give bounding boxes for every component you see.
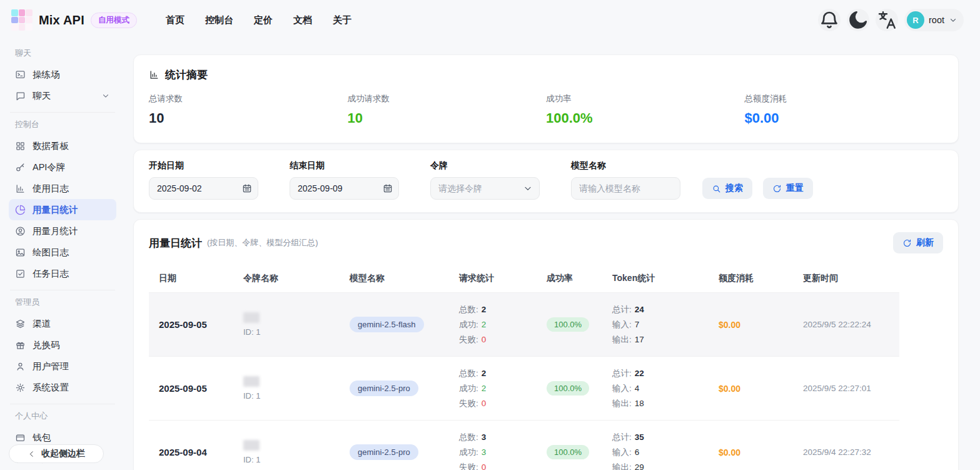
table-row-2[interactable]: 2025-09-05 ID: 1 gemini-2.5-pro 总数:2成功:2… xyxy=(149,356,899,420)
sidebar-item-label: 钱包 xyxy=(33,432,110,444)
column-header-成功率: 成功率 xyxy=(537,265,602,292)
nav-item-2[interactable]: 控制台 xyxy=(205,14,233,26)
cell-token: ID: 1 xyxy=(233,440,340,464)
column-header-请求统计: 请求统计 xyxy=(449,265,537,292)
sidebar-item-兑换码[interactable]: 兑换码 xyxy=(9,334,116,355)
sidebar-item-绘图日志[interactable]: 绘图日志 xyxy=(9,242,116,263)
chevron-down-icon xyxy=(949,16,957,24)
stat-value: 10 xyxy=(348,110,547,126)
sidebar-divider xyxy=(10,112,115,113)
redacted-token-name xyxy=(243,440,260,451)
brand-name: Mix API xyxy=(39,13,84,28)
collapse-sidebar-button[interactable]: 收起侧边栏 xyxy=(9,444,104,463)
cell-tokens: 总计:22输入:4输出:18 xyxy=(602,366,709,411)
chat-icon xyxy=(15,91,26,101)
sidebar-item-API令牌[interactable]: API令牌 xyxy=(9,156,116,178)
reset-button[interactable]: 重置 xyxy=(763,178,813,199)
sidebar-item-label: API令牌 xyxy=(33,161,110,173)
redacted-token-name xyxy=(243,312,260,323)
sidebar-section-label: 控制台 xyxy=(15,119,116,130)
model-badge: gemini-2.5-pro xyxy=(350,381,418,396)
refresh-button[interactable]: 刷新 xyxy=(893,232,943,253)
cell-token: ID: 1 xyxy=(233,376,340,401)
sidebar-item-label: 系统设置 xyxy=(33,382,110,394)
sidebar-item-label: 聊天 xyxy=(33,90,94,102)
sidebar-item-label: 使用日志 xyxy=(33,183,110,195)
cell-model: gemini-2.5-pro xyxy=(340,444,449,460)
sidebar-item-用量月统计[interactable]: 用量月统计 xyxy=(9,220,116,242)
chevron-left-icon xyxy=(28,450,36,458)
cell-date: 2025-09-05 xyxy=(149,319,233,330)
cell-success-rate: 100.0% xyxy=(537,381,602,396)
language-button[interactable] xyxy=(876,9,898,31)
sidebar-item-用户管理[interactable]: 用户管理 xyxy=(9,355,116,377)
user-menu[interactable]: R root xyxy=(904,9,964,31)
table-title: 用量日统计 xyxy=(149,236,202,250)
cell-tokens: 总计:24输入:7输出:17 xyxy=(602,302,709,347)
sidebar-item-label: 数据看板 xyxy=(33,140,110,152)
stat-label: 成功率 xyxy=(546,93,745,105)
stat-value: 100.0% xyxy=(546,110,745,126)
sidebar-item-label: 用户管理 xyxy=(33,360,110,372)
sidebar-item-渠道[interactable]: 渠道 xyxy=(9,313,116,334)
brand-logo xyxy=(11,9,33,31)
cell-updated: 2025/9/5 22:22:24 xyxy=(793,320,899,329)
pie-chart-icon xyxy=(15,205,26,215)
theme-toggle-button[interactable] xyxy=(847,9,869,31)
image-icon xyxy=(15,247,26,258)
token-id: ID: 1 xyxy=(243,327,340,337)
nav-item-1[interactable]: 首页 xyxy=(166,14,184,26)
sidebar-section-label: 聊天 xyxy=(15,48,116,59)
sidebar-item-label: 绘图日志 xyxy=(33,247,110,258)
end-date-input[interactable] xyxy=(290,177,399,200)
sidebar-item-使用日志[interactable]: 使用日志 xyxy=(9,178,116,199)
table-row-1[interactable]: 2025-09-05 ID: 1 gemini-2.5-flash 总数:2成功… xyxy=(149,292,899,356)
notifications-button[interactable] xyxy=(818,9,841,31)
nav-item-3[interactable]: 定价 xyxy=(254,14,273,26)
column-header-更新时间: 更新时间 xyxy=(793,265,899,292)
column-header-额度消耗: 额度消耗 xyxy=(709,265,793,292)
nav-item-5[interactable]: 关于 xyxy=(333,14,351,26)
summary-stat-2: 成功请求数10 xyxy=(348,93,547,126)
token-label: 令牌 xyxy=(430,160,540,171)
start-date-input[interactable] xyxy=(149,177,258,200)
sidebar-item-任务日志[interactable]: 任务日志 xyxy=(9,263,116,284)
cell-date: 2025-09-05 xyxy=(149,383,233,394)
top-navigation: 首页控制台定价文档关于 xyxy=(166,14,351,26)
token-id: ID: 1 xyxy=(243,455,340,464)
sidebar-item-数据看板[interactable]: 数据看板 xyxy=(9,135,116,156)
summary-stat-1: 总请求数10 xyxy=(149,93,348,126)
model-name-input[interactable] xyxy=(571,177,680,200)
reset-button-label: 重置 xyxy=(786,183,804,194)
table-row-3[interactable]: 2025-09-04 ID: 1 gemini-2.5-pro 总数:3成功:3… xyxy=(149,420,899,470)
cell-quota: $0.00 xyxy=(709,320,793,330)
sidebar-divider xyxy=(10,404,115,404)
nav-item-4[interactable]: 文档 xyxy=(293,14,312,26)
playground-icon xyxy=(15,69,26,80)
sidebar-item-label: 用量月统计 xyxy=(33,225,110,237)
success-rate-badge: 100.0% xyxy=(547,317,589,332)
sidebar-item-用量日统计[interactable]: 用量日统计 xyxy=(9,199,116,220)
stat-value: $0.00 xyxy=(745,110,944,126)
cell-updated: 2025/9/4 22:27:32 xyxy=(793,447,899,457)
cell-date: 2025-09-04 xyxy=(149,447,233,457)
search-button[interactable]: 搜索 xyxy=(702,178,752,199)
table-subtitle: (按日期、令牌、模型分组汇总) xyxy=(207,237,318,248)
column-header-Token统计: Token统计 xyxy=(602,265,709,292)
token-select-placeholder: 请选择令牌 xyxy=(431,178,539,199)
stat-label: 总请求数 xyxy=(149,93,348,105)
sidebar-item-系统设置[interactable]: 系统设置 xyxy=(9,377,116,398)
end-date-filter: 结束日期 xyxy=(290,160,399,200)
success-rate-badge: 100.0% xyxy=(547,445,589,459)
filters-card: 开始日期 结束日期 令牌 请选择令牌 模型名称 xyxy=(133,150,959,213)
stat-value: 10 xyxy=(149,110,348,126)
summary-panel-icon xyxy=(149,69,159,80)
token-select[interactable]: 请选择令牌 xyxy=(430,177,540,200)
moon-icon xyxy=(847,9,869,31)
cell-success-rate: 100.0% xyxy=(537,317,602,332)
sidebar-item-操练场[interactable]: 操练场 xyxy=(9,64,116,85)
summary-stat-3: 成功率100.0% xyxy=(546,93,745,126)
cell-tokens: 总计:35输入:6输出:29 xyxy=(602,430,709,470)
sidebar-item-聊天[interactable]: 聊天 xyxy=(9,85,116,106)
sidebar-section-label: 管理员 xyxy=(15,297,116,308)
